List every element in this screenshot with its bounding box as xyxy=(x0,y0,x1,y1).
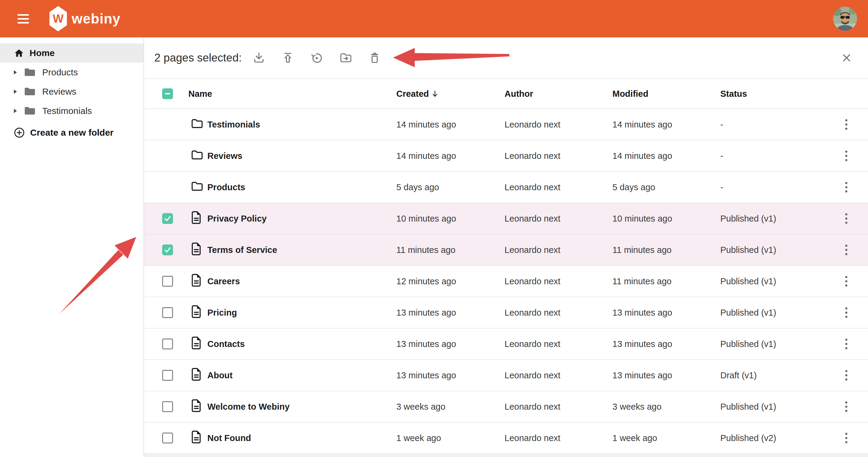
select-all-checkbox[interactable] xyxy=(162,88,173,99)
row-checkbox[interactable] xyxy=(162,370,173,381)
row-name: Privacy Policy xyxy=(201,214,396,224)
check-icon xyxy=(163,244,172,255)
app-bar: W webiny xyxy=(0,0,868,37)
row-status: Published (v1) xyxy=(720,402,825,412)
row-modified: 3 weeks ago xyxy=(613,402,720,412)
create-folder-label: Create a new folder xyxy=(30,127,114,138)
restore-icon xyxy=(310,51,324,65)
row-checkbox[interactable] xyxy=(162,244,173,255)
table-row[interactable]: Welcome to Webiny 3 weeks ago Leonardo n… xyxy=(144,391,868,423)
row-checkbox[interactable] xyxy=(162,213,173,224)
row-name: Terms of Service xyxy=(201,245,396,255)
document-icon xyxy=(191,399,202,415)
kebab-menu-icon xyxy=(845,401,848,413)
sidebar-item-label: Reviews xyxy=(42,87,76,97)
table-row[interactable]: Testimonials 14 minutes ago Leonardo nex… xyxy=(144,109,868,141)
row-menu-button[interactable] xyxy=(840,148,853,164)
row-menu-button[interactable] xyxy=(840,399,853,415)
close-selection-button[interactable] xyxy=(840,51,854,65)
row-modified: 14 minutes ago xyxy=(613,151,720,161)
column-header-author[interactable]: Author xyxy=(504,89,613,99)
row-created: 13 minutes ago xyxy=(396,370,504,380)
row-menu-button[interactable] xyxy=(840,305,853,321)
table-row[interactable]: About 13 minutes ago Leonardo next 13 mi… xyxy=(144,360,868,391)
kebab-menu-icon xyxy=(845,276,848,287)
table-row[interactable]: Reviews 14 minutes ago Leonardo next 14 … xyxy=(144,141,868,172)
document-icon xyxy=(191,305,202,321)
row-author: Leonardo next xyxy=(504,370,613,380)
column-header-name[interactable]: Name xyxy=(180,89,396,99)
row-name: Reviews xyxy=(201,151,396,161)
row-author: Leonardo next xyxy=(504,308,613,318)
sort-desc-icon xyxy=(432,90,438,97)
move-to-folder-button[interactable] xyxy=(339,51,352,65)
row-author: Leonardo next xyxy=(504,151,613,161)
sidebar-item-label: Products xyxy=(42,67,78,78)
row-menu-button[interactable] xyxy=(840,367,853,383)
kebab-menu-icon xyxy=(845,370,848,381)
row-created: 3 weeks ago xyxy=(396,402,504,412)
row-created: 13 minutes ago xyxy=(396,308,504,318)
row-checkbox[interactable] xyxy=(162,338,173,349)
row-name: Products xyxy=(201,182,396,192)
row-menu-button[interactable] xyxy=(840,273,853,289)
row-menu-button[interactable] xyxy=(840,430,853,446)
chevron-right-icon[interactable] xyxy=(13,89,18,94)
folder-icon xyxy=(24,106,36,116)
row-checkbox[interactable] xyxy=(162,433,173,444)
publish-icon xyxy=(281,51,295,65)
chevron-right-icon[interactable] xyxy=(13,70,18,75)
column-header-status[interactable]: Status xyxy=(720,89,825,99)
menu-icon[interactable] xyxy=(18,12,31,25)
table-row[interactable]: Terms of Service 11 minutes ago Leonardo… xyxy=(144,235,868,266)
sidebar-item-reviews[interactable]: Reviews xyxy=(0,82,144,101)
row-checkbox[interactable] xyxy=(162,276,173,287)
row-menu-button[interactable] xyxy=(840,211,853,226)
user-avatar[interactable] xyxy=(833,7,857,31)
table-row[interactable]: Careers 12 minutes ago Leonardo next 11 … xyxy=(144,266,868,297)
row-checkbox[interactable] xyxy=(162,401,173,412)
row-name: Pricing xyxy=(201,308,396,318)
row-checkbox[interactable] xyxy=(162,307,173,318)
kebab-menu-icon xyxy=(845,244,848,256)
row-menu-button[interactable] xyxy=(840,336,853,352)
kebab-menu-icon xyxy=(845,338,848,350)
sidebar-item-testimonials[interactable]: Testimonials xyxy=(0,101,144,121)
row-menu-button[interactable] xyxy=(840,179,853,195)
document-icon xyxy=(191,211,202,227)
row-menu-button[interactable] xyxy=(840,117,853,132)
row-created: 1 week ago xyxy=(396,433,504,443)
row-name: Contacts xyxy=(201,339,396,349)
table-row[interactable]: Contacts 13 minutes ago Leonardo next 13… xyxy=(144,329,868,360)
restore-button[interactable] xyxy=(310,51,324,65)
table-row[interactable]: Products 5 days ago Leonardo next 5 days… xyxy=(144,172,868,203)
document-icon xyxy=(191,367,202,384)
row-author: Leonardo next xyxy=(504,276,613,286)
sidebar-item-label: Home xyxy=(30,48,55,58)
folder-icon xyxy=(24,87,36,96)
row-modified: 5 days ago xyxy=(613,182,720,192)
home-icon xyxy=(14,48,24,58)
row-menu-button[interactable] xyxy=(840,242,853,258)
row-modified: 10 minutes ago xyxy=(613,214,720,224)
chevron-right-icon[interactable] xyxy=(13,109,18,113)
folder-icon xyxy=(24,68,36,77)
selection-count-text: 2 pages selected: xyxy=(154,52,242,64)
row-author: Leonardo next xyxy=(504,214,613,224)
sidebar-item-products[interactable]: Products xyxy=(0,63,144,82)
kebab-menu-icon xyxy=(845,150,848,161)
table-row[interactable]: Pricing 13 minutes ago Leonardo next 13 … xyxy=(144,297,868,329)
table-row[interactable]: Privacy Policy 10 minutes ago Leonardo n… xyxy=(144,203,868,235)
delete-button[interactable] xyxy=(368,51,381,65)
row-author: Leonardo next xyxy=(504,402,613,412)
create-new-folder-button[interactable]: Create a new folder xyxy=(0,123,144,142)
download-button[interactable] xyxy=(252,51,266,65)
row-author: Leonardo next xyxy=(504,120,613,130)
row-status: - xyxy=(720,120,825,130)
column-header-modified[interactable]: Modified xyxy=(613,89,720,99)
page-list-panel: 2 pages selected: xyxy=(144,37,868,457)
sidebar-item-home[interactable]: Home xyxy=(0,43,144,63)
publish-button[interactable] xyxy=(281,51,295,65)
table-row[interactable]: Not Found 1 week ago Leonardo next 1 wee… xyxy=(144,423,868,454)
column-header-created[interactable]: Created xyxy=(396,89,504,99)
